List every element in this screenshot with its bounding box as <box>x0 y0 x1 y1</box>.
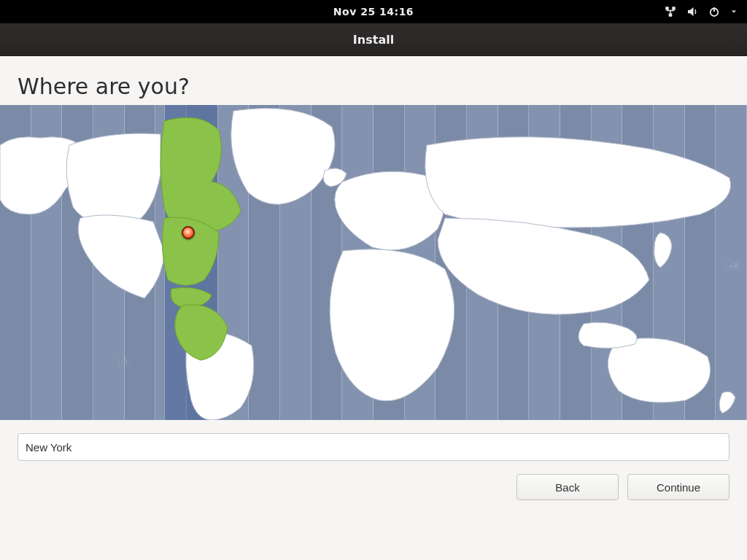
location-pin-icon <box>182 226 195 239</box>
svg-rect-0 <box>665 7 669 10</box>
network-icon[interactable] <box>664 5 677 18</box>
timezone-input-row <box>0 420 747 461</box>
clock: Nov 25 14:16 <box>333 6 414 18</box>
world-map-svg <box>0 105 747 420</box>
svg-rect-4 <box>667 10 675 12</box>
power-icon[interactable] <box>708 5 721 18</box>
gnome-top-bar: Nov 25 14:16 <box>0 0 747 23</box>
continue-button[interactable]: Continue <box>627 474 729 500</box>
volume-icon[interactable] <box>686 5 699 18</box>
page-title: Where are you? <box>0 56 747 105</box>
system-tray[interactable] <box>664 0 738 23</box>
timezone-input[interactable] <box>18 433 729 461</box>
window-titlebar: Install <box>0 23 747 56</box>
svg-rect-2 <box>669 13 673 17</box>
svg-rect-1 <box>672 7 676 10</box>
window-body: Where are you? <box>0 56 747 560</box>
window-title: Install <box>353 33 394 47</box>
button-row: Back Continue <box>0 461 747 500</box>
timezone-map[interactable]: -5 +8 <box>0 105 747 420</box>
chevron-down-icon[interactable] <box>729 7 738 16</box>
back-button[interactable]: Back <box>516 474 619 500</box>
